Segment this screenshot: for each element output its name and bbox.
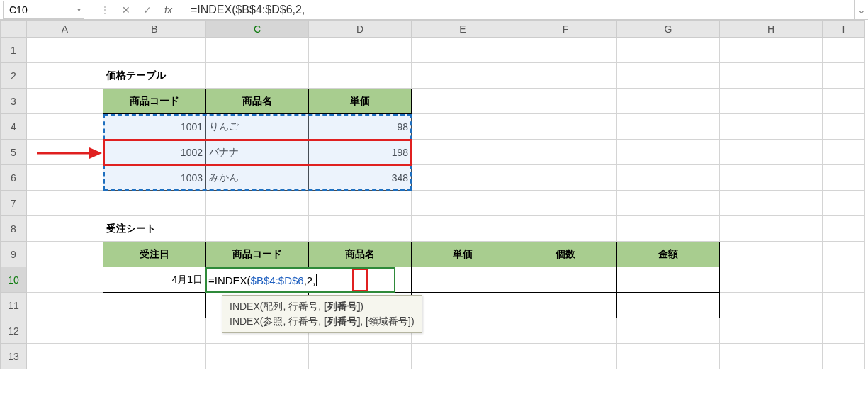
- t1-hdr-code[interactable]: 商品コード: [103, 89, 206, 114]
- row-hdr-9[interactable]: 9: [1, 242, 27, 267]
- col-hdr-C[interactable]: C: [206, 21, 309, 38]
- row-hdr-2[interactable]: 2: [1, 63, 27, 89]
- t2-hdr-code[interactable]: 商品コード: [206, 242, 309, 267]
- t1-r2-price[interactable]: 348: [309, 165, 412, 191]
- editor-ref: $B$4:$D$6: [251, 274, 304, 286]
- name-box-value: C10: [9, 4, 28, 16]
- accept-icon[interactable]: ✓: [143, 4, 152, 16]
- row-hdr-1[interactable]: 1: [1, 38, 27, 63]
- cancel-icon[interactable]: ✕: [122, 4, 130, 16]
- formula-expand-icon[interactable]: ⌄: [854, 0, 868, 19]
- row-hdr-8[interactable]: 8: [1, 216, 27, 242]
- cell-G10[interactable]: [617, 267, 720, 293]
- t1-r0-name[interactable]: りんご: [206, 114, 309, 140]
- formula-input[interactable]: =INDEX($B$4:$D$6,2,: [182, 4, 854, 16]
- col-hdr-F[interactable]: F: [514, 21, 617, 38]
- more-icon: ⋮: [100, 4, 109, 16]
- t1-r1-name[interactable]: バナナ: [206, 140, 309, 165]
- t1-hdr-name[interactable]: 商品名: [206, 89, 309, 114]
- row-hdr-6[interactable]: 6: [1, 165, 27, 191]
- row-hdr-5[interactable]: 5: [1, 140, 27, 165]
- name-box-dropdown-icon[interactable]: ▾: [77, 6, 81, 13]
- t1-r2-name[interactable]: みかん: [206, 165, 309, 191]
- grid[interactable]: A B C D E F G H I 1 2 価格テーブル 3 商品コード 商品名…: [0, 20, 865, 369]
- cell-editor[interactable]: =INDEX($B$4:$D$6,2,: [205, 267, 395, 293]
- row-hdr-7[interactable]: 7: [1, 191, 27, 216]
- t2-hdr-price[interactable]: 単価: [412, 242, 514, 267]
- t2-r0-date[interactable]: 4月1日: [103, 267, 206, 293]
- col-hdr-G[interactable]: G: [617, 21, 720, 38]
- t1-r0-code[interactable]: 1001: [103, 114, 206, 140]
- t2-hdr-name[interactable]: 商品名: [309, 242, 412, 267]
- col-hdr-E[interactable]: E: [412, 21, 514, 38]
- cell-E10[interactable]: [412, 267, 514, 293]
- name-box[interactable]: C10 ▾: [3, 1, 84, 19]
- t1-r0-price[interactable]: 98: [309, 114, 412, 140]
- t2-hdr-qty[interactable]: 個数: [514, 242, 617, 267]
- col-hdr-B[interactable]: B: [103, 21, 206, 38]
- t1-hdr-price[interactable]: 単価: [309, 89, 412, 114]
- cell-F10[interactable]: [514, 267, 617, 293]
- select-all-corner[interactable]: [1, 21, 27, 38]
- row-hdr-12[interactable]: 12: [1, 318, 27, 344]
- fx-icon[interactable]: fx: [164, 4, 172, 16]
- t2-hdr-date[interactable]: 受注日: [103, 242, 206, 267]
- row-hdr-3[interactable]: 3: [1, 89, 27, 114]
- t1-r2-code[interactable]: 1003: [103, 165, 206, 191]
- col-hdr-A[interactable]: A: [27, 21, 103, 38]
- t1-r1-code[interactable]: 1002: [103, 140, 206, 165]
- editor-after: ,2,: [304, 274, 316, 286]
- table2-title[interactable]: 受注シート: [103, 216, 206, 242]
- col-hdr-I[interactable]: I: [823, 21, 865, 38]
- row-hdr-10[interactable]: 10: [1, 267, 27, 293]
- row-hdr-4[interactable]: 4: [1, 114, 27, 140]
- t1-r1-price[interactable]: 198: [309, 140, 412, 165]
- t2-hdr-total[interactable]: 金額: [617, 242, 720, 267]
- formula-bar-icons: ⋮ ✕ ✓ fx: [84, 4, 182, 16]
- col-hdr-D[interactable]: D: [309, 21, 412, 38]
- row-hdr-11[interactable]: 11: [1, 293, 27, 318]
- text-caret-icon: [316, 274, 317, 286]
- row-hdr-13[interactable]: 13: [1, 344, 27, 369]
- worksheet[interactable]: A B C D E F G H I 1 2 価格テーブル 3 商品コード 商品名…: [0, 20, 868, 369]
- editor-fn: =INDEX(: [208, 274, 251, 286]
- function-tooltip: INDEX(配列, 行番号, [列番号]) INDEX(参照, 行番号, [列番…: [222, 295, 422, 333]
- formula-bar: C10 ▾ ⋮ ✕ ✓ fx =INDEX($B$4:$D$6,2, ⌄: [0, 0, 868, 20]
- col-hdr-H[interactable]: H: [720, 21, 823, 38]
- table1-title[interactable]: 価格テーブル: [103, 63, 206, 89]
